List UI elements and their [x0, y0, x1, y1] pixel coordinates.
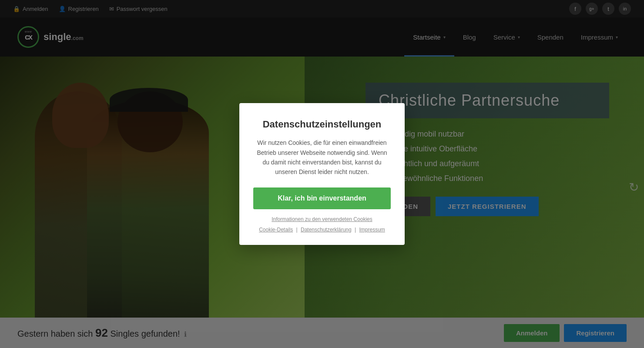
modal-body: Wir nutzen Cookies, die für einen einwan…	[253, 138, 391, 177]
modal-title: Datenschutzeinstellungen	[253, 119, 391, 130]
cookie-modal: Datenschutzeinstellungen Wir nutzen Cook…	[239, 103, 405, 245]
datenschutz-link[interactable]: Datenschutzerklärung	[301, 227, 352, 233]
modal-footer-links: Cookie-Details | Datenschutzerklärung | …	[253, 227, 391, 233]
impressum-link[interactable]: Impressum	[359, 227, 385, 233]
modal-overlay: Datenschutzeinstellungen Wir nutzen Cook…	[0, 0, 644, 348]
cookie-info-link[interactable]: Informationen zu den verwendeten Cookies	[253, 216, 391, 222]
accept-cookies-button[interactable]: Klar, ich bin einverstanden	[253, 187, 391, 209]
cookie-details-link[interactable]: Cookie-Details	[259, 227, 293, 233]
